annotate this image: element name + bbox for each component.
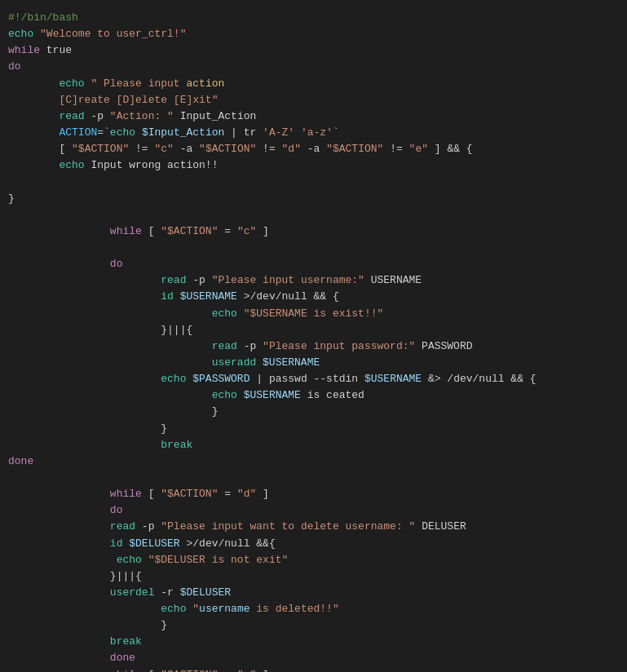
string-action-prompt: "Action: " [110,110,174,122]
var-password: $PASSWORD [192,373,249,385]
keyword-while3: while [110,488,142,500]
string-action-d: "$ACTION" [199,143,256,155]
string-e2: "e" [237,669,256,672]
string-username-prompt: "Please input username:" [212,274,364,286]
keyword-while2: while [110,225,142,237]
string-please: " Please input action [91,77,224,90]
string-d: "d" [282,143,301,155]
echo-cmd: echo [8,28,33,40]
id-cmd2: id [110,537,123,550]
string-action-c: "$ACTION" [72,143,129,155]
echo-cmd4: echo [59,159,84,171]
var-input-action: $Input_Action [142,126,224,139]
string-action-e: "$ACTION" [326,143,383,155]
string-action-d2: "$ACTION" [161,488,218,500]
read-cmd4: read [110,520,135,533]
string-password-prompt: "Please input password:" [263,340,415,352]
read-cmd3: read [212,340,237,352]
string-c2: "c" [237,225,256,237]
useradd-cmd: useradd [212,356,257,369]
string-options: [C]reate [D]elete [E]xit" [8,94,218,106]
string-exist: "$USERNAME is exist!!" [244,307,384,320]
echo-cmd3: echo [110,126,135,139]
var-action: ACTION [59,126,97,139]
keyword-do: do [8,60,21,73]
string-c: "c" [154,143,173,155]
keyword-while4: while [110,669,142,672]
echo-cmd2: echo [59,77,84,90]
userdel-cmd: userdel [110,586,155,599]
string-delete-prompt: "Please input want to delete username: " [161,520,415,533]
echo-cmd7: echo [212,389,237,401]
var-username: $USERNAME [180,290,237,303]
code-container: #!/bin/bash echo "Welcome to user_ctrl!"… [0,0,627,672]
string-az1: 'A-Z' [263,126,294,139]
var-username3: $USERNAME [364,373,422,385]
string-action-e2: "$ACTION" [161,669,218,672]
shebang: #!/bin/bash [8,11,78,24]
break-cmd: break [161,439,192,451]
var-deluser2: $DELUSER [180,586,231,599]
keyword-while: while [8,44,40,56]
echo-cmd9: echo [161,603,186,615]
string-deleted: "username is deleted!!" [192,603,338,615]
code-content: #!/bin/bash echo "Welcome to user_ctrl!"… [0,7,627,672]
var-username2: $USERNAME [263,356,320,369]
read-cmd2: read [161,274,186,286]
keyword-done: done [8,455,33,467]
keyword-do2: do [110,258,123,270]
echo-cmd6: echo [161,373,186,385]
string-az2: 'a-z' [301,126,333,139]
string-not-exit: "$DELUSER is not exit" [148,554,289,566]
string-action-c2: "$ACTION" [161,225,218,237]
var-username4: $USERNAME [244,389,301,401]
break-cmd2: break [110,635,142,648]
read-cmd: read [59,110,84,122]
keyword-done2: done [110,652,135,664]
var-deluser: $DELUSER [129,537,179,550]
keyword-do3: do [110,504,123,516]
string-d2: "d" [237,488,256,500]
echo-cmd5: echo [212,307,237,320]
echo-cmd8: echo [117,554,142,566]
string-welcome: "Welcome to user_ctrl!" [40,28,186,40]
id-cmd: id [161,290,174,303]
string-e: "e" [409,143,428,155]
